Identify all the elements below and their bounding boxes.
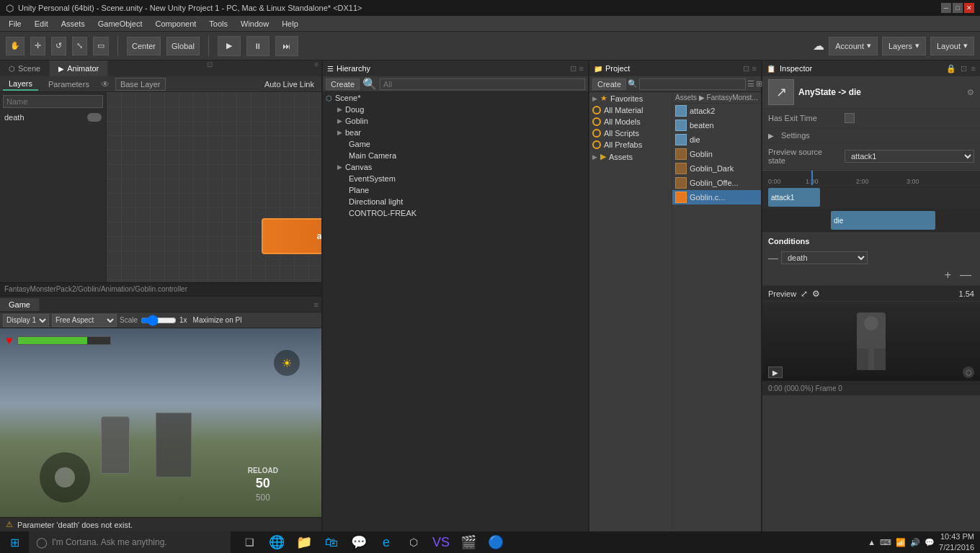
titlebar-controls[interactable]: ─ □ ✕ bbox=[941, 3, 974, 13]
hierarchy-item-goblin[interactable]: ▶ Goblin bbox=[323, 115, 588, 127]
preview-settings-icon[interactable]: ⚙ bbox=[812, 289, 820, 299]
project-resize[interactable]: ⊡ bbox=[743, 64, 749, 73]
taskbar-unity[interactable]: ⬡ bbox=[401, 531, 427, 553]
hierarchy-options[interactable]: ≡ bbox=[579, 64, 584, 73]
hierarchy-search[interactable] bbox=[380, 78, 585, 90]
display-selector[interactable]: Display 1 bbox=[3, 314, 49, 327]
asset-goblin-controller[interactable]: Goblin.c... bbox=[672, 190, 761, 204]
taskbar-media[interactable]: 🎬 bbox=[455, 531, 481, 553]
taskbar-store[interactable]: 🛍 bbox=[318, 531, 344, 553]
rect-tool[interactable]: ▭ bbox=[93, 37, 109, 55]
menu-help[interactable]: Help bbox=[276, 18, 304, 30]
taskbar-vs[interactable]: VS bbox=[428, 531, 454, 553]
minimize-btn[interactable]: ─ bbox=[941, 3, 951, 13]
maximize-btn[interactable]: □ bbox=[953, 3, 963, 13]
inspector-resize[interactable]: ⊡ bbox=[961, 64, 967, 73]
timeline-clip-die[interactable]: die bbox=[831, 211, 935, 230]
preview-play-btn[interactable]: ▶ bbox=[768, 367, 783, 378]
coord-global-btn[interactable]: Global bbox=[166, 37, 200, 55]
maximize-label[interactable]: Maximize on Pl bbox=[193, 316, 242, 324]
layout-dropdown[interactable]: Layout ▾ bbox=[930, 37, 974, 55]
param-death-toggle[interactable] bbox=[87, 113, 102, 122]
inspector-options[interactable]: ≡ bbox=[971, 64, 976, 73]
project-create-btn[interactable]: Create bbox=[592, 78, 626, 90]
hierarchy-item-dirlight[interactable]: Directional light bbox=[323, 196, 588, 207]
scene-root-item[interactable]: ⬡ Scene* bbox=[323, 92, 588, 104]
hierarchy-item-canvas[interactable]: ▶ Canvas bbox=[323, 161, 588, 173]
remove-condition-btn[interactable]: — bbox=[957, 269, 974, 282]
preview-expand-icon[interactable]: ⤢ bbox=[801, 289, 808, 299]
pause-button[interactable]: ⏸ bbox=[246, 36, 270, 56]
parameters-tab[interactable]: Parameters bbox=[43, 78, 95, 90]
menu-window[interactable]: Window bbox=[235, 18, 275, 30]
taskbar-ie[interactable]: e bbox=[373, 531, 399, 553]
game-panel-options[interactable]: ≡ bbox=[311, 300, 321, 309]
step-button[interactable]: ⏭ bbox=[275, 36, 298, 56]
taskbar-explorer[interactable]: 📁 bbox=[291, 531, 317, 553]
hand-tool[interactable]: ✋ bbox=[6, 37, 24, 55]
project-list-icon[interactable]: ☰ bbox=[747, 79, 754, 89]
hierarchy-item-controlfreak[interactable]: CONTROL-FREAK bbox=[323, 207, 588, 219]
playhead[interactable] bbox=[811, 171, 813, 185]
asset-goblin-offe[interactable]: Goblin_Offe... bbox=[672, 176, 761, 190]
fav-all-models[interactable]: All Models bbox=[589, 116, 672, 127]
inspector-lock[interactable]: 🔒 bbox=[946, 64, 956, 73]
fav-all-scripts[interactable]: All Scripts bbox=[589, 127, 672, 139]
panel-resize-btn[interactable]: ⊡ bbox=[202, 60, 217, 76]
hierarchy-item-game[interactable]: Game bbox=[323, 138, 588, 150]
layers-dropdown[interactable]: Layers ▾ bbox=[882, 37, 926, 55]
auto-live-link[interactable]: Auto Live Link bbox=[260, 78, 318, 90]
menu-component[interactable]: Component bbox=[149, 18, 202, 30]
asset-attack2[interactable]: attack2 bbox=[672, 104, 761, 118]
menu-assets[interactable]: Assets bbox=[55, 18, 91, 30]
project-search[interactable] bbox=[639, 78, 746, 90]
cortana-search[interactable]: ◯ I'm Cortana. Ask me anything. bbox=[29, 531, 231, 553]
cloud-icon[interactable]: ☁ bbox=[813, 39, 824, 53]
hierarchy-item-bear[interactable]: ▶ bear bbox=[323, 127, 588, 138]
preview-source-dropdown[interactable]: attack1 bbox=[845, 150, 974, 163]
animator-canvas[interactable]: attack1 Any State die bbox=[107, 92, 321, 282]
add-condition-btn[interactable]: + bbox=[942, 269, 954, 282]
condition-param-dropdown[interactable]: death bbox=[781, 251, 868, 264]
taskbar-task-view[interactable]: ❑ bbox=[236, 531, 262, 553]
asset-goblin[interactable]: Goblin bbox=[672, 147, 761, 161]
game-tab[interactable]: Game bbox=[0, 298, 40, 311]
pivot-center-btn[interactable]: Center bbox=[127, 37, 161, 55]
settings-arrow[interactable]: ▶ bbox=[768, 132, 774, 140]
timeline-clip-attack1[interactable]: attack1 bbox=[768, 188, 820, 207]
move-tool[interactable]: ✛ bbox=[30, 37, 45, 55]
taskbar-skype[interactable]: 💬 bbox=[346, 531, 372, 553]
menu-file[interactable]: File bbox=[3, 18, 27, 30]
hierarchy-item-maincamera[interactable]: Main Camera bbox=[323, 150, 588, 161]
asset-beaten[interactable]: beaten bbox=[672, 118, 761, 132]
play-button[interactable]: ▶ bbox=[218, 36, 241, 56]
hierarchy-item-eventsystem[interactable]: EventSystem bbox=[323, 173, 588, 184]
params-search[interactable] bbox=[3, 95, 103, 108]
eye-toggle[interactable]: 👁 bbox=[99, 79, 111, 89]
taskbar-edge[interactable]: 🌐 bbox=[264, 531, 290, 553]
panel-options-btn[interactable]: ≡ bbox=[311, 60, 321, 76]
attack1-node[interactable]: attack1 bbox=[262, 218, 321, 254]
hierarchy-resize[interactable]: ⊡ bbox=[570, 64, 576, 73]
favorites-header[interactable]: ▶ ★ Favorites bbox=[589, 92, 672, 104]
layers-tab[interactable]: Layers bbox=[3, 78, 38, 91]
animator-tab[interactable]: ▶ Animator bbox=[50, 60, 108, 76]
hierarchy-item-plane[interactable]: Plane bbox=[323, 184, 588, 196]
asset-goblin-dark[interactable]: Goblin_Dark bbox=[672, 161, 761, 176]
menu-tools[interactable]: Tools bbox=[203, 18, 233, 30]
assets-folder[interactable]: ▶ ▶ Assets bbox=[589, 150, 672, 163]
aspect-selector[interactable]: Free Aspect bbox=[52, 314, 117, 327]
menu-gameobject[interactable]: GameObject bbox=[92, 18, 148, 30]
start-button[interactable]: ⊞ bbox=[0, 531, 29, 553]
project-grid-icon[interactable]: ⊞ bbox=[756, 79, 762, 89]
hierarchy-create-btn[interactable]: Create bbox=[326, 78, 360, 90]
scale-tool[interactable]: ⤡ bbox=[72, 37, 87, 55]
project-options[interactable]: ≡ bbox=[752, 64, 757, 73]
tray-keyboard[interactable]: ⌨ bbox=[880, 538, 891, 547]
condition-remove-btn[interactable]: — bbox=[768, 252, 778, 264]
scale-slider[interactable] bbox=[141, 315, 177, 325]
hierarchy-item-doug[interactable]: ▶ Doug bbox=[323, 104, 588, 115]
fav-all-material[interactable]: All Material bbox=[589, 104, 672, 116]
fav-all-prefabs[interactable]: All Prefabs bbox=[589, 139, 672, 150]
asset-die[interactable]: die bbox=[672, 132, 761, 147]
